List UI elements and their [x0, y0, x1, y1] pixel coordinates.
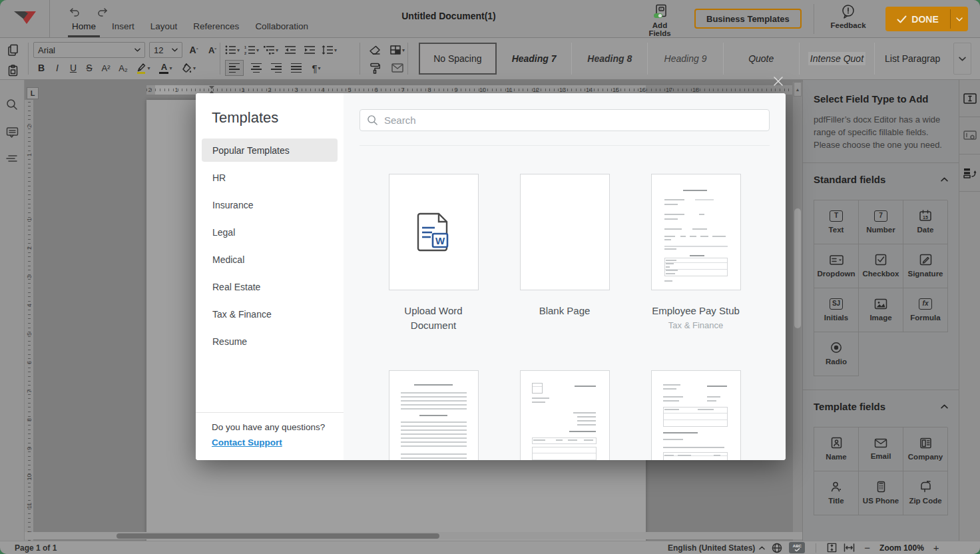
fit-page-button[interactable]	[827, 543, 837, 553]
card-invoice-document[interactable]	[515, 370, 614, 461]
language-selector[interactable]: English (United States)	[668, 543, 765, 553]
category-insurance[interactable]: Insurance	[202, 193, 338, 216]
business-templates-button[interactable]: Business Templates	[694, 9, 802, 29]
style-list-paragraph[interactable]: List Paragrap	[875, 43, 950, 75]
category-real-estate[interactable]: Real Estate	[202, 275, 338, 298]
card-upload-word-document[interactable]: W Upload Word Document	[383, 174, 483, 333]
grow-font-button[interactable]: Aˆ	[186, 42, 201, 58]
superscript-button[interactable]: A²	[97, 60, 115, 76]
done-dropdown-caret[interactable]	[951, 7, 968, 31]
fit-width-button[interactable]	[844, 543, 855, 552]
horizontal-scrollbar[interactable]	[25, 532, 802, 539]
style-heading-8[interactable]: Heading 8	[572, 43, 648, 75]
increase-indent-button[interactable]	[302, 42, 317, 58]
line-spacing-button[interactable]: ▾	[322, 42, 337, 58]
modal-close-button[interactable]	[772, 73, 788, 89]
underline-button[interactable]: U	[65, 60, 81, 76]
shading-bucket-button[interactable]: ▾	[177, 60, 200, 76]
field-checkbox[interactable]: Checkbox	[859, 244, 903, 288]
align-left-button[interactable]	[225, 60, 244, 76]
card-agreement-document[interactable]	[383, 370, 483, 461]
field-zip-code[interactable]: Zip Code	[903, 471, 948, 515]
strikethrough-button[interactable]: S	[81, 60, 97, 76]
standard-fields-header[interactable]: Standard fields	[803, 163, 959, 194]
contact-support-link[interactable]: Contact Support	[212, 437, 282, 447]
category-hr[interactable]: HR	[202, 166, 338, 189]
tab-collaboration[interactable]: Collaboration	[247, 16, 316, 37]
multilevel-list-button[interactable]: ▾	[264, 42, 278, 58]
field-settings-tool-button[interactable]	[959, 117, 980, 154]
bullet-list-button[interactable]: ▾	[225, 42, 240, 58]
style-quote[interactable]: Quote	[724, 43, 800, 75]
card-employee-pay-stub[interactable]: Employee Pay Stub Tax & Finance	[646, 174, 746, 333]
paste-button[interactable]	[5, 63, 20, 79]
zoom-out-button[interactable]: −	[861, 542, 873, 553]
zoom-in-button[interactable]: +	[931, 542, 942, 553]
font-family-select[interactable]: Arial	[33, 42, 145, 58]
style-no-spacing[interactable]: No Spacing	[419, 43, 497, 75]
format-painter-button[interactable]	[368, 60, 382, 76]
vertical-scroll-thumb[interactable]	[794, 208, 801, 328]
field-title[interactable]: Title	[814, 471, 859, 515]
spellcheck-button[interactable]: ABC	[789, 542, 805, 553]
field-name[interactable]: Name	[814, 427, 859, 471]
decrease-indent-button[interactable]	[283, 42, 298, 58]
field-formula[interactable]: fxFormula	[903, 288, 948, 332]
scroll-up-arrow[interactable]: ▲	[794, 82, 802, 97]
text-field-tool-button[interactable]	[959, 80, 980, 117]
feedback-button[interactable]: Feedback	[828, 4, 869, 29]
field-initials[interactable]: SJInitials	[814, 288, 859, 332]
field-signature[interactable]: Signature	[903, 244, 948, 288]
tab-home[interactable]: Home	[64, 16, 104, 37]
align-center-button[interactable]	[249, 60, 264, 76]
highlight-color-button[interactable]: ▾	[132, 60, 154, 76]
italic-button[interactable]: I	[49, 60, 65, 76]
paragraph-marks-button[interactable]: ¶▾	[309, 60, 324, 76]
outline-button[interactable]	[6, 154, 18, 164]
template-search-input[interactable]	[360, 109, 770, 131]
field-text[interactable]: TText	[814, 200, 859, 244]
style-heading-7[interactable]: Heading 7	[497, 43, 573, 75]
tab-stop-selector[interactable]: L	[27, 87, 39, 99]
numbered-list-button[interactable]: 12 ▾	[244, 42, 259, 58]
comments-button[interactable]	[6, 127, 19, 138]
category-legal[interactable]: Legal	[202, 220, 338, 244]
horizontal-scroll-thumb[interactable]	[117, 533, 439, 539]
template-fields-header[interactable]: Template fields	[803, 390, 959, 421]
field-date[interactable]: 15 Date	[903, 200, 948, 244]
reorder-fields-tool-button[interactable]	[959, 154, 980, 192]
field-email[interactable]: Email	[859, 427, 903, 471]
card-invoice-document-2[interactable]	[646, 370, 746, 461]
category-tax-finance[interactable]: Tax & Finance	[202, 302, 338, 326]
style-intense-quote[interactable]: Intense Quot	[800, 43, 875, 75]
category-medical[interactable]: Medical	[202, 248, 338, 271]
add-fields-toggle[interactable]: Add Fields	[640, 4, 679, 37]
style-gallery-expand[interactable]	[953, 43, 971, 75]
field-radio[interactable]: Radio	[814, 332, 859, 376]
done-button[interactable]: DONE	[885, 7, 968, 31]
language-globe-button[interactable]	[772, 543, 782, 553]
font-color-button[interactable]: A ▾	[154, 60, 177, 76]
tab-layout[interactable]: Layout	[142, 16, 186, 37]
vertical-scrollbar[interactable]: ▲	[793, 82, 802, 541]
tab-insert[interactable]: Insert	[104, 16, 142, 37]
field-dropdown[interactable]: Dropdown	[814, 244, 859, 288]
align-justify-button[interactable]	[289, 60, 304, 76]
field-us-phone[interactable]: US Phone	[859, 471, 903, 515]
shrink-font-button[interactable]: Aˇ	[205, 42, 220, 58]
mail-merge-button[interactable]	[390, 60, 405, 76]
category-resume[interactable]: Resume	[202, 330, 338, 353]
field-number[interactable]: 7Number	[859, 200, 903, 244]
style-heading-9[interactable]: Heading 9	[648, 43, 724, 75]
font-size-select[interactable]: 12	[149, 42, 182, 58]
copy-button[interactable]	[5, 42, 20, 58]
bold-button[interactable]: B	[33, 60, 49, 76]
clear-formatting-button[interactable]	[368, 42, 382, 58]
align-right-button[interactable]	[269, 60, 284, 76]
field-company[interactable]: Company	[903, 427, 948, 471]
table-shading-button[interactable]: ▾	[390, 42, 405, 58]
tab-references[interactable]: References	[185, 16, 247, 37]
search-button[interactable]	[6, 99, 18, 111]
category-popular-templates[interactable]: Popular Templates	[202, 138, 338, 162]
card-blank-page[interactable]: Blank Page	[515, 174, 614, 333]
